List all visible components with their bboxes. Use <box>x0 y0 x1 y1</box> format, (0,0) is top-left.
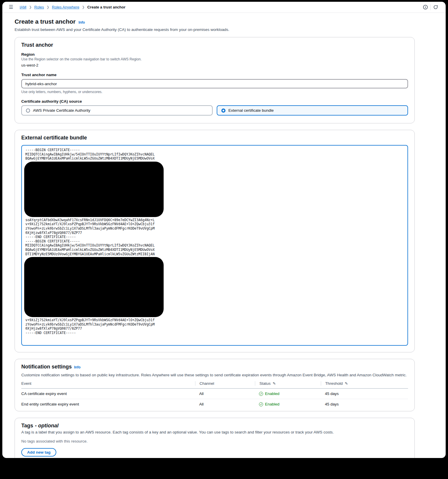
page-info-link[interactable]: Info <box>78 20 85 25</box>
edit-pencil-icon[interactable]: ✎ <box>273 381 276 386</box>
status-badge: Enabled <box>265 391 279 396</box>
column-header-channel: Channel <box>195 381 259 386</box>
tags-description: A tag is a label that you assign to an A… <box>21 430 408 434</box>
status-cell: ✓ Enabled <box>259 391 325 396</box>
certificate-text-block: soAYqrptCAFbdXbwX3wqahF17XcsFRNn1dJ1UVFD… <box>25 218 404 256</box>
breadcrumb-link-roles-anywhere[interactable]: Roles Anywhere <box>52 5 79 9</box>
notification-table: Event Channel Status✎ Threshold✎ CA cert… <box>21 381 408 408</box>
page-header: Create a trust anchor Info Establish tru… <box>15 18 415 32</box>
info-icon[interactable] <box>420 5 430 10</box>
trust-anchor-name-input[interactable] <box>21 79 408 88</box>
page-description: Establish trust between AWS and your Cer… <box>15 27 415 32</box>
chevron-right-icon: ❯ <box>82 5 85 9</box>
event-cell: End entity certificate expiry event <box>21 402 199 406</box>
certificate-text-block: -----BEGIN CERTIFICATE----- MIIDQTCCAing… <box>25 148 404 161</box>
main-content: Create a trust anchor Info Establish tru… <box>2 13 446 458</box>
certificate-bundle-section-title: External certificate bundle <box>21 135 408 141</box>
top-navigation-bar: ☰ IAM ❯ Roles ❯ Roles Anywhere ❯ Create … <box>2 2 446 13</box>
region-help-text: Use the Region selector on the console n… <box>21 57 408 61</box>
column-header-status: Status✎ <box>255 381 325 386</box>
chevron-right-icon: ❯ <box>47 5 49 9</box>
ca-source-option-label: AWS Private Certificate Authority <box>33 108 90 113</box>
ca-source-option-label: External certificate bundle <box>228 108 274 113</box>
tags-optional-label: - optional <box>35 423 59 429</box>
hamburger-menu-icon[interactable]: ☰ <box>9 5 13 10</box>
channel-cell: All <box>199 402 259 406</box>
event-cell: CA certificate expiry event <box>21 391 199 396</box>
tags-section: Tags - optional A tag is a label that yo… <box>15 418 415 458</box>
trust-anchor-name-label: Trust anchor name <box>21 73 408 77</box>
redacted-certificate-block <box>24 257 164 317</box>
threshold-cell: 45 days <box>325 391 408 396</box>
breadcrumb: IAM ❯ Roles ❯ Roles Anywhere ❯ Create a … <box>20 5 420 9</box>
certificate-bundle-textarea[interactable]: -----BEGIN CERTIFICATE----- MIIDQTCCAing… <box>21 145 408 346</box>
check-circle-icon: ✓ <box>259 402 263 406</box>
trust-anchor-name-field: Trust anchor name Use only letters, numb… <box>21 73 408 94</box>
add-new-tag-button[interactable]: Add new tag <box>21 448 56 457</box>
notification-settings-section: Notification settings Info Customize not… <box>15 359 415 411</box>
page-title: Create a trust anchor <box>15 18 76 25</box>
ca-source-option-external-bundle[interactable]: External certificate bundle <box>217 105 408 116</box>
tags-section-title: Tags <box>21 423 33 429</box>
gear-icon[interactable] <box>430 5 440 10</box>
breadcrumb-link-iam[interactable]: IAM <box>20 5 26 9</box>
trust-anchor-section: Trust anchor Region Use the Region selec… <box>15 37 415 123</box>
table-row: End entity certificate expiry event All … <box>21 399 408 408</box>
table-row: CA certificate expiry event All ✓ Enable… <box>21 389 408 399</box>
region-field: Region Use the Region selector on the co… <box>21 52 408 67</box>
notification-info-link[interactable]: Info <box>74 365 80 369</box>
app-window: ☰ IAM ❯ Roles ❯ Roles Anywhere ❯ Create … <box>2 2 446 458</box>
topbar-icons <box>420 4 440 10</box>
region-label: Region <box>21 52 408 57</box>
column-header-threshold: Threshold✎ <box>321 381 408 386</box>
ca-source-field: Certificate authority (CA) source AWS Pr… <box>21 99 408 116</box>
edit-pencil-icon[interactable]: ✎ <box>345 381 348 386</box>
ca-source-label: Certificate authority (CA) source <box>21 99 408 104</box>
redacted-certificate-block <box>24 162 164 217</box>
tags-empty-state: No tags associated with this resource. <box>21 439 408 443</box>
certificate-text-block: v+9XiZj7S2kmiaYT/XJ9lxsPZPqpBJYT+9RsVkbW… <box>25 318 404 335</box>
check-circle-icon: ✓ <box>259 392 263 396</box>
column-header-event: Event <box>21 381 199 386</box>
notification-table-header: Event Channel Status✎ Threshold✎ <box>21 381 408 389</box>
region-value: us-west-2 <box>21 63 408 67</box>
notification-settings-title: Notification settings <box>21 364 72 370</box>
radio-selected-icon <box>221 109 225 113</box>
channel-cell: All <box>199 391 259 396</box>
breadcrumb-current-page: Create a trust anchor <box>87 5 125 9</box>
threshold-cell: 45 days <box>325 402 408 406</box>
breadcrumb-link-roles[interactable]: Roles <box>34 5 44 9</box>
certificate-bundle-section: External certificate bundle -----BEGIN C… <box>15 130 415 352</box>
status-cell: ✓ Enabled <box>259 402 325 406</box>
ca-source-option-private-ca[interactable]: AWS Private Certificate Authority <box>21 105 213 116</box>
status-badge: Enabled <box>265 402 279 406</box>
radio-unselected-icon <box>26 109 30 113</box>
trust-anchor-name-hint: Use only letters, numbers, hyphens, or u… <box>21 90 408 94</box>
notification-settings-description: Customize notification settings to based… <box>21 373 408 377</box>
chevron-right-icon: ❯ <box>29 5 32 9</box>
trust-anchor-section-title: Trust anchor <box>21 42 408 48</box>
